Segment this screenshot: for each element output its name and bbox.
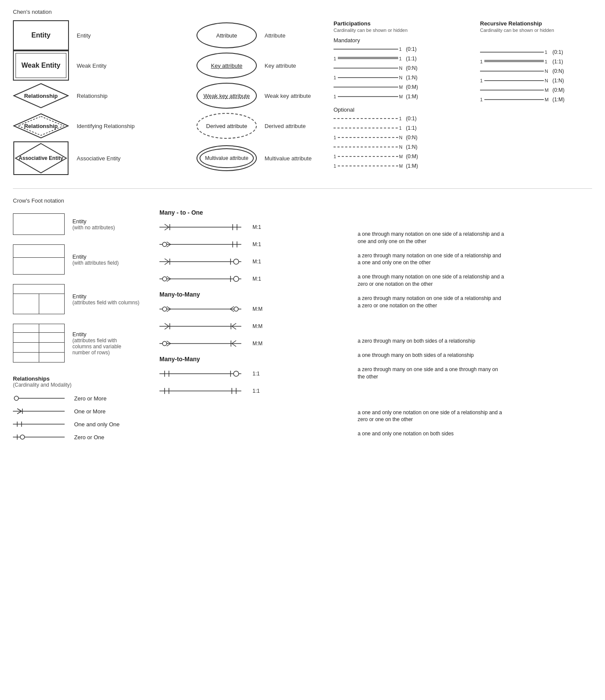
crows-title: Crow's Foot notation <box>13 197 592 204</box>
card-0m-mandatory: (0:M) <box>406 84 418 90</box>
cf-entity-simple-row: Entity (with no attributes) <box>13 213 142 235</box>
svg-point-87 <box>234 276 239 281</box>
part-row-11-optional: 1 (1:1) <box>334 124 471 132</box>
attr-row-weak-key: Weak key attribute Weak key attribute <box>196 81 321 111</box>
cf-entity-attr-label: Entity <box>72 253 119 260</box>
card-01-mandatory: (0:1) <box>406 46 417 52</box>
cf-rel-11-1: 1:1 <box>159 369 349 379</box>
svg-line-78 <box>165 262 169 265</box>
attr-row-attribute: Attribute Attribute <box>196 20 321 50</box>
part-row-1m-mandatory: 1 M (1:M) <box>334 93 471 100</box>
cf-rel-11-2: 1:1 <box>159 386 349 396</box>
cf-entity-attr <box>13 244 65 275</box>
part-row-11-mandatory: 1 1 (1:1) <box>334 55 471 62</box>
svg-line-93 <box>230 306 234 309</box>
11-ratio-1: 1:1 <box>253 371 260 377</box>
part-row-1n-mandatory: 1 N (1:N) <box>334 74 471 81</box>
svg-text:1: 1 <box>334 56 336 61</box>
rel-one-and-only-one: One and only One <box>13 420 142 428</box>
many-to-many-title: Many-to-Many <box>159 291 349 298</box>
11-desc-1: a one and only one notation on one side … <box>358 409 504 424</box>
svg-line-84 <box>167 276 171 279</box>
svg-text:1: 1 <box>399 47 402 52</box>
svg-text:1: 1 <box>399 125 402 131</box>
m1-ratio-3: M:1 <box>253 259 261 265</box>
svg-line-56 <box>17 411 22 414</box>
recur-row-0m: M (0:M) <box>480 86 592 94</box>
cf-rel-m1-2: M:1 <box>159 239 349 250</box>
svg-point-92 <box>234 307 238 311</box>
page: Chen's notation Entity Entity Weak Entit… <box>0 0 605 454</box>
card-11-mandatory: (1:1) <box>406 56 417 62</box>
svg-line-99 <box>232 323 236 326</box>
relationship-shape: Relationship <box>13 83 69 109</box>
cf-rel-mm-2: M:M <box>159 321 349 331</box>
svg-text:N: N <box>399 66 402 71</box>
svg-point-89 <box>162 307 167 311</box>
part-row-0m-mandatory: M (0:M) <box>334 83 471 91</box>
svg-line-94 <box>230 309 234 312</box>
multivalue-attribute-shape: Multivalue attribute <box>196 145 257 171</box>
cf-entity-simple-sublabel: (with no attributes) <box>72 225 115 231</box>
associative-desc: Associative Entity <box>77 155 133 162</box>
rel-one-or-more: One or More <box>13 407 142 416</box>
cf-rel-mm-3: M:M <box>159 338 349 349</box>
cf-entity-simple-label: Entity <box>72 218 115 225</box>
m1-ratio-4: M:1 <box>253 276 261 282</box>
svg-line-72 <box>167 242 171 244</box>
key-attribute-desc: Key attribute <box>265 62 321 69</box>
svg-text:N: N <box>399 75 402 80</box>
cf-entity-attr-sublabel: (with attributes field) <box>72 260 119 266</box>
svg-line-85 <box>167 279 171 281</box>
svg-line-96 <box>165 323 169 326</box>
cf-entity-cols-row: Entity (attributes field with columns) <box>13 284 142 314</box>
svg-text:1: 1 <box>480 59 483 64</box>
cf-entity-simple <box>13 213 65 235</box>
card-1m-mandatory: (1:M) <box>406 94 418 100</box>
rel-zero-or-one-label: Zero or One <box>74 434 104 441</box>
svg-point-81 <box>234 259 239 264</box>
mm-desc-1: a zero through many on both sides of a r… <box>358 338 504 345</box>
key-attribute-shape: Key attribute <box>196 53 257 78</box>
many-to-many2-title: Many-to-Many <box>159 356 349 362</box>
m1-ratio-2: M:1 <box>253 241 261 247</box>
mm-ratio-3: M:M <box>253 341 262 347</box>
mandatory-label: Mandatory <box>334 37 471 44</box>
svg-point-113 <box>234 371 239 376</box>
rel-legend-subtitle: (Cardinality and Modality) <box>13 382 142 388</box>
svg-point-52 <box>14 396 19 400</box>
svg-line-90 <box>167 306 171 309</box>
chens-row-associative: Associative Entity Associative Entity <box>13 141 192 175</box>
svg-text:N: N <box>545 78 548 83</box>
cf-rel-m1-3: M:1 <box>159 256 349 267</box>
svg-text:M: M <box>545 88 549 93</box>
svg-line-105 <box>167 344 171 346</box>
chens-row-weak-entity: Weak Entity Weak Entity <box>13 50 192 81</box>
attribute-shape-label: Attribute <box>216 32 237 39</box>
svg-text:1: 1 <box>399 56 402 61</box>
weak-entity-label: Weak Entity <box>22 62 60 69</box>
entity-desc: Entity <box>77 32 133 39</box>
recursive-subtitle: Cardinality can be shown or hidden <box>480 28 592 33</box>
card-0m-optional: (0:M) <box>406 153 418 159</box>
mm-ratio-2: M:M <box>253 323 262 329</box>
m1-ratio-1: M:1 <box>253 224 261 230</box>
attr-row-key: Key attribute Key attribute <box>196 50 321 81</box>
card-0n-optional: (0:N) <box>406 134 418 141</box>
part-row-01-mandatory: 1 (0:1) <box>334 45 471 53</box>
svg-line-107 <box>232 344 236 347</box>
cf-entity-rows <box>13 324 65 362</box>
svg-line-104 <box>167 341 171 344</box>
m1-desc-2: a zero through many notation on one side… <box>358 252 504 267</box>
recursive-title: Recursive Relationship <box>480 20 592 27</box>
derived-desc: Derived attribute <box>265 123 321 129</box>
recur-card-11: (1:1) <box>552 59 563 65</box>
rel-one-and-only-label: One and only One <box>74 421 120 428</box>
svg-text:M: M <box>399 163 402 169</box>
cf-rel-mm-1: M:M <box>159 304 349 314</box>
cf-entity-rows-sublabel: (attributes field with columns and varia… <box>72 338 128 356</box>
svg-text:1: 1 <box>399 116 402 121</box>
identifying-relationship-shape: Relationship <box>13 113 69 139</box>
entity-label: Entity <box>31 31 50 39</box>
svg-line-66 <box>165 227 169 230</box>
